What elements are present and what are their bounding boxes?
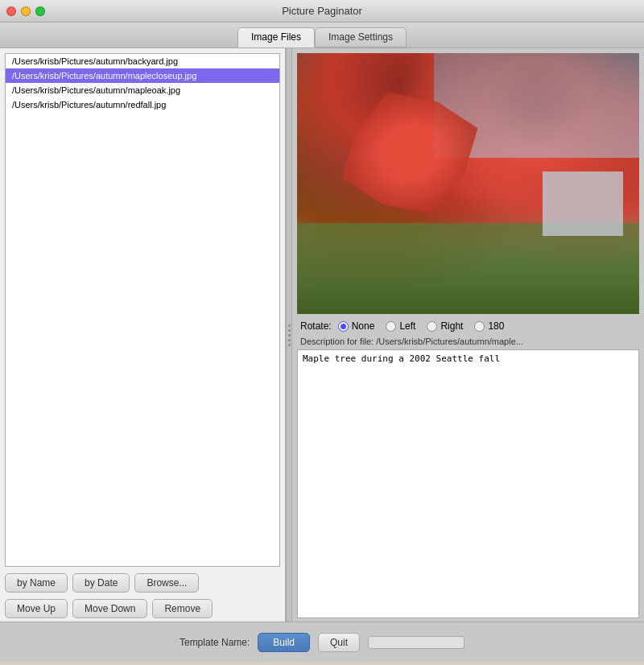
move-down-button[interactable]: Move Down: [72, 599, 147, 618]
rotate-none[interactable]: None: [338, 320, 375, 332]
action-buttons-row: Move Up Move Down Remove: [0, 596, 285, 622]
close-button[interactable]: [6, 6, 16, 16]
rotate-left-label: Left: [399, 320, 415, 332]
fence: [543, 171, 623, 236]
rotate-none-radio[interactable]: [338, 321, 349, 332]
rotate-left-radio[interactable]: [386, 321, 396, 332]
main-content: /Users/krisb/Pictures/autumn/backyard.jp…: [0, 48, 644, 622]
rotate-none-label: None: [352, 320, 375, 332]
file-item-0[interactable]: /Users/krisb/Pictures/autumn/backyard.jp…: [6, 54, 279, 68]
move-up-button[interactable]: Move Up: [5, 599, 68, 618]
file-item-2[interactable]: /Users/krisb/Pictures/autumn/mapleoak.jp…: [6, 83, 279, 97]
file-item-3[interactable]: /Users/krisb/Pictures/autumn/redfall.jpg: [6, 97, 279, 112]
image-preview: [297, 53, 639, 314]
divider-dot: [288, 324, 291, 327]
sort-buttons-row: by Name by Date Browse...: [0, 570, 285, 596]
tabs-bar: Image Files Image Settings: [0, 23, 644, 48]
remove-button[interactable]: Remove: [152, 599, 213, 618]
rotate-180-label: 180: [488, 320, 504, 332]
rotate-row: Rotate: None Left Right 180: [292, 317, 644, 335]
rotate-180[interactable]: 180: [474, 320, 504, 332]
title-bar: Picture Paginator: [0, 0, 644, 23]
divider-dots: [288, 324, 291, 346]
autumn-image: [297, 53, 639, 314]
divider-dot: [288, 344, 291, 346]
rotate-180-radio[interactable]: [474, 321, 485, 332]
tab-image-settings[interactable]: Image Settings: [315, 27, 407, 48]
description-textarea[interactable]: [297, 349, 639, 618]
window-title: Picture Paginator: [282, 5, 362, 17]
rotate-right[interactable]: Right: [427, 320, 463, 332]
browse-button[interactable]: Browse...: [134, 573, 199, 593]
progress-bar: [368, 636, 464, 649]
rotate-left[interactable]: Left: [386, 320, 415, 332]
right-panel: Rotate: None Left Right 180: [292, 48, 644, 622]
divider-dot: [288, 329, 291, 332]
build-button[interactable]: Build: [258, 633, 310, 652]
tab-image-files[interactable]: Image Files: [237, 27, 315, 48]
traffic-lights: [6, 6, 45, 16]
by-name-button[interactable]: by Name: [5, 573, 68, 593]
minimize-button[interactable]: [21, 6, 31, 16]
by-date-button[interactable]: by Date: [72, 573, 130, 593]
description-label: Description for file: /Users/krisb/Pictu…: [292, 335, 644, 348]
rotate-right-label: Right: [440, 320, 463, 332]
rotate-right-radio[interactable]: [427, 321, 437, 332]
quit-button[interactable]: Quit: [318, 633, 360, 652]
panel-divider[interactable]: [286, 48, 292, 622]
rotate-label: Rotate:: [300, 320, 332, 332]
rotate-options: None Left Right 180: [338, 320, 505, 332]
file-item-1[interactable]: /Users/krisb/Pictures/autumn/maplecloseu…: [6, 68, 279, 83]
left-panel: /Users/krisb/Pictures/autumn/backyard.jp…: [0, 48, 286, 622]
divider-dot: [288, 334, 291, 337]
divider-dot: [288, 339, 291, 341]
maximize-button[interactable]: [35, 6, 45, 16]
template-label: Template Name:: [180, 637, 250, 648]
bottom-bar: Template Name: Build Quit: [0, 622, 644, 662]
ground: [297, 223, 639, 314]
file-list[interactable]: /Users/krisb/Pictures/autumn/backyard.jp…: [5, 53, 280, 567]
